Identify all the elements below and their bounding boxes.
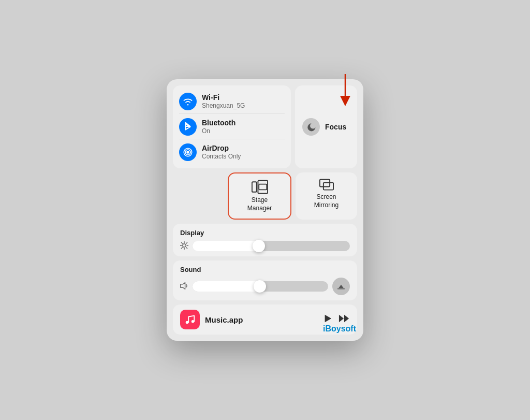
volume-icon: [180, 282, 188, 292]
stage-manager-icon: [252, 180, 268, 194]
sound-section: Sound: [173, 260, 357, 300]
airdrop-icon: [179, 143, 197, 161]
screen-mirroring-icon: [319, 179, 334, 191]
buttons-row: StageManager ScreenMirroring: [228, 172, 357, 220]
svg-marker-21: [344, 314, 349, 322]
screen-mirroring-button[interactable]: ScreenMirroring: [296, 172, 357, 220]
svg-line-15: [181, 247, 182, 248]
brightness-thumb[interactable]: [253, 240, 265, 252]
screen-mirroring-label: ScreenMirroring: [314, 193, 338, 209]
music-app-name: Music.app: [205, 315, 318, 324]
top-row: Wi-Fi Shengxuan_5G Bluetooth On: [173, 85, 357, 168]
svg-line-14: [186, 242, 187, 243]
svg-point-17: [186, 321, 189, 324]
music-app-icon: [180, 310, 200, 329]
wifi-text: Wi-Fi Shengxuan_5G: [202, 93, 245, 109]
volume-slider[interactable]: [193, 281, 328, 292]
svg-marker-16: [181, 282, 185, 289]
svg-rect-4: [259, 184, 267, 190]
watermark: iBoysoft: [323, 324, 356, 334]
connectivity-panel: Wi-Fi Shengxuan_5G Bluetooth On: [173, 85, 291, 168]
svg-point-18: [192, 320, 195, 323]
brightness-slider-row: [180, 241, 350, 251]
display-title: Display: [180, 229, 350, 237]
volume-thumb[interactable]: [254, 280, 266, 293]
svg-rect-2: [252, 182, 256, 192]
wifi-item[interactable]: Wi-Fi Shengxuan_5G: [179, 90, 285, 114]
sound-title: Sound: [180, 266, 350, 273]
bluetooth-text: Bluetooth On: [202, 119, 235, 135]
brightness-fill: [193, 241, 262, 251]
svg-point-7: [183, 243, 186, 247]
stage-manager-label: StageManager: [247, 196, 272, 212]
brightness-slider[interactable]: [193, 241, 350, 251]
svg-line-12: [181, 242, 182, 243]
airdrop-item[interactable]: AirDrop Contacts Only: [179, 140, 285, 164]
stage-manager-button[interactable]: StageManager: [228, 172, 291, 220]
svg-marker-20: [339, 314, 344, 322]
control-center: Wi-Fi Shengxuan_5G Bluetooth On: [167, 79, 363, 341]
display-section: Display: [173, 224, 357, 256]
wifi-icon: [179, 93, 197, 110]
airdrop-text: AirDrop Contacts Only: [202, 144, 241, 160]
airdrop-subtitle: Contacts Only: [202, 153, 241, 160]
svg-line-13: [186, 247, 187, 248]
brightness-icon: [180, 241, 188, 251]
bluetooth-title: Bluetooth: [202, 119, 235, 127]
bluetooth-subtitle: On: [202, 127, 235, 135]
wifi-title: Wi-Fi: [202, 93, 245, 102]
svg-point-1: [186, 151, 189, 153]
airplay-button[interactable]: [332, 278, 350, 295]
svg-marker-19: [325, 314, 332, 322]
wifi-subtitle: Shengxuan_5G: [202, 102, 245, 109]
bluetooth-icon: [179, 118, 197, 136]
focus-panel[interactable]: Focus: [295, 85, 357, 168]
focus-moon-icon: [302, 118, 320, 136]
svg-rect-3: [258, 180, 268, 193]
volume-fill: [193, 281, 263, 292]
volume-slider-row: [180, 278, 350, 295]
focus-title: Focus: [325, 123, 346, 131]
bluetooth-item[interactable]: Bluetooth On: [179, 115, 285, 139]
airdrop-title: AirDrop: [202, 144, 241, 153]
